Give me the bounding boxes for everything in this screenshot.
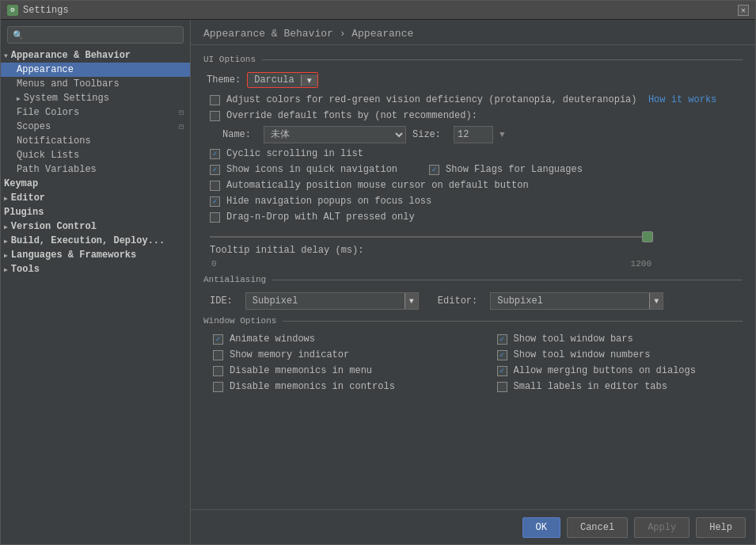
ide-aa-dropdown[interactable]: Subpixel ▼ [245,292,419,310]
auto-position-row: Automatically position mouse cursor on d… [203,180,743,191]
cancel-button[interactable]: Cancel [567,517,628,538]
search-box[interactable]: 🔍 [7,26,184,44]
sidebar-item-system-settings[interactable]: ▶ System Settings [1,91,190,105]
close-button[interactable]: ✕ [738,5,749,16]
bottom-bar: OK Cancel Apply Help [191,509,755,544]
tooltip-label-row: Tooltip initial delay (ms): [210,245,743,257]
show-tool-bars-row: Show tool window bars [491,333,743,345]
override-fonts-checkbox[interactable] [210,111,220,121]
show-memory-row: Show memory indicator [207,349,459,360]
override-fonts-label: Override default fonts by (not recommend… [226,110,477,121]
red-green-checkbox[interactable] [210,95,220,105]
show-tool-numbers-checkbox[interactable] [497,350,507,360]
file-colors-icon: ⊟ [179,108,184,117]
sidebar-item-file-colors[interactable]: File Colors ⊟ [1,105,190,120]
sidebar-item-languages-frameworks[interactable]: ▶ Languages & Frameworks [1,248,190,262]
hide-nav-label: Hide navigation popups on focus loss [226,196,431,207]
main-panel: Appearance & Behavior › Appearance UI Op… [191,20,755,544]
window-title: Settings [23,5,69,16]
show-icons-label: Show icons in quick navigation [226,164,397,175]
show-tool-numbers-row: Show tool window numbers [491,349,743,360]
small-labels-checkbox[interactable] [497,382,507,392]
font-row: Name: 未体 Size: ▼ [203,126,743,143]
slider-line [210,236,653,238]
ui-options-header: UI Options [203,55,743,64]
show-icons-row: Show icons in quick navigation [210,164,397,175]
sidebar-item-version-control[interactable]: ▶ Version Control [1,219,190,234]
sidebar: 🔍 ▼ Appearance & Behavior Appearance Men… [1,20,191,544]
ide-aa-row: IDE: Subpixel ▼ Editor: Subpixel ▼ [203,292,743,310]
auto-position-checkbox[interactable] [210,181,220,191]
sidebar-item-tools[interactable]: ▶ Tools [1,262,190,276]
disable-mnem-controls-checkbox[interactable] [213,382,223,392]
search-input[interactable] [27,29,178,40]
theme-label: Theme: [207,74,241,86]
show-flags-label: Show Flags for Languages [446,164,583,175]
window-options-left: Animate windows Show memory indicator Di… [207,333,459,397]
theme-value: Darcula [248,73,300,87]
help-button[interactable]: Help [696,517,746,538]
show-tool-bars-checkbox[interactable] [497,334,507,345]
show-memory-checkbox[interactable] [213,350,223,360]
size-dropdown-arrow: ▼ [500,130,505,139]
settings-icon: ⚙ [7,5,18,16]
theme-dropdown-btn[interactable]: ▼ [301,74,317,86]
antialiasing-header: Antialiasing [203,275,743,284]
triangle-icon: ▶ [4,223,8,231]
sidebar-item-keymap[interactable]: Keymap [1,177,190,191]
hide-nav-checkbox[interactable] [210,196,220,207]
search-icon: 🔍 [13,30,24,40]
font-name-select[interactable]: 未体 [264,126,406,143]
sidebar-item-notifications[interactable]: Notifications [1,134,190,148]
triangle-icon: ▶ [4,266,8,273]
sidebar-item-build-execution[interactable]: ▶ Build, Execution, Deploy... [1,234,190,248]
breadcrumb: Appearance & Behavior › Appearance [191,20,755,45]
sidebar-item-plugins[interactable]: Plugins [1,205,190,219]
panel-content: UI Options Theme: Darcula ▼ Adjust color… [191,45,755,509]
cyclic-scrolling-label: Cyclic scrolling in list [226,148,363,159]
disable-mnem-menu-row: Disable mnemonics in menu [207,365,459,376]
apply-button[interactable]: Apply [634,517,690,538]
hide-nav-row: Hide navigation popups on focus loss [203,196,743,207]
drag-n-drop-checkbox[interactable] [210,212,220,223]
show-icons-checkbox[interactable] [210,165,220,175]
allow-merging-checkbox[interactable] [497,366,507,376]
sidebar-item-scopes[interactable]: Scopes ⊟ [1,120,190,134]
theme-select-container[interactable]: Darcula ▼ [247,72,317,88]
disable-mnem-controls-row: Disable mnemonics in controls [207,381,459,392]
settings-window: ⚙ Settings ✕ 🔍 ▼ Appearance & Behavior A… [0,0,756,545]
editor-aa-arrow[interactable]: ▼ [649,293,663,309]
red-green-label: Adjust colors for red-green vision defic… [226,94,716,105]
ide-aa-label: IDE: [210,295,233,307]
animate-windows-row: Animate windows [207,333,459,345]
triangle-icon: ▶ [4,195,8,202]
editor-aa-dropdown[interactable]: Subpixel ▼ [490,292,663,310]
window-options-right: Show tool window bars Show tool window n… [491,333,743,397]
editor-aa-label: Editor: [438,295,477,307]
drag-n-drop-row: Drag-n-Drop with ALT pressed only [203,212,743,223]
sidebar-item-path-variables[interactable]: Path Variables [1,162,190,177]
sidebar-item-menus-toolbars[interactable]: Menus and Toolbars [1,77,190,91]
cyclic-scrolling-checkbox[interactable] [210,149,220,159]
ok-button[interactable]: OK [522,517,560,538]
sidebar-item-quick-lists[interactable]: Quick Lists [1,148,190,162]
auto-position-label: Automatically position mouse cursor on d… [226,180,529,191]
show-flags-checkbox[interactable] [429,165,439,175]
slider-track[interactable] [210,229,743,245]
slider-thumb[interactable] [642,231,653,242]
animate-windows-checkbox[interactable] [213,334,223,345]
window-options-header: Window Options [203,316,743,326]
how-it-works-link[interactable]: How it works [648,94,716,105]
font-size-input[interactable] [454,126,493,143]
ide-aa-arrow[interactable]: ▼ [405,293,418,309]
editor-aa-value: Subpixel [491,294,649,308]
allow-merging-row: Allow merging buttons on dialogs [491,365,743,376]
sidebar-item-editor[interactable]: ▶ Editor [1,191,190,205]
main-content: 🔍 ▼ Appearance & Behavior Appearance Men… [1,20,755,544]
icons-flags-row: Show icons in quick navigation Show Flag… [203,164,743,175]
sidebar-item-appearance-behavior[interactable]: ▼ Appearance & Behavior [1,48,190,63]
sidebar-item-appearance[interactable]: Appearance [1,63,190,77]
disable-mnem-menu-checkbox[interactable] [213,366,223,376]
triangle-icon: ▶ [17,95,21,102]
font-size-label: Size: [412,129,441,140]
